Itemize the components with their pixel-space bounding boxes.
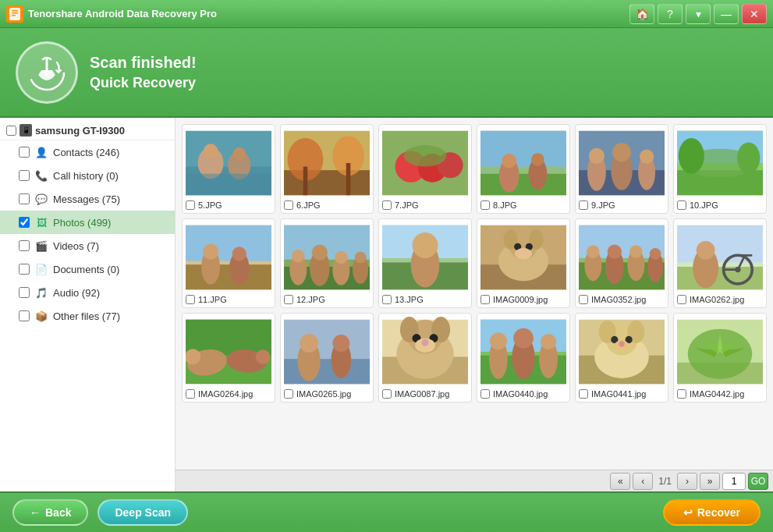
svg-rect-46 xyxy=(186,225,271,261)
dropdown-button[interactable]: ▾ xyxy=(686,4,711,24)
photo-select-checkbox[interactable] xyxy=(677,389,686,399)
photo-filename: IMAG0264.jpg xyxy=(198,389,271,399)
back-icon: ← xyxy=(30,506,41,519)
contacts-checkbox[interactable] xyxy=(19,147,30,158)
videos-checkbox[interactable] xyxy=(19,240,30,251)
recover-button[interactable]: ↩ Recover xyxy=(663,499,761,526)
prev-page-button[interactable]: ‹ xyxy=(633,473,653,490)
back-label: Back xyxy=(45,506,71,519)
photo-item[interactable]: 9.JPG xyxy=(575,124,668,214)
svg-rect-2 xyxy=(12,12,18,14)
documents-label: Documents (0) xyxy=(53,264,168,275)
photo-item[interactable]: IMAG0009.jpg xyxy=(477,218,570,308)
photo-item[interactable]: 5.JPG xyxy=(182,124,275,214)
svg-point-86 xyxy=(650,248,661,260)
photo-select-checkbox[interactable] xyxy=(579,389,588,399)
svg-point-37 xyxy=(640,150,654,164)
photo-select-checkbox[interactable] xyxy=(284,200,293,210)
photo-filename: IMAG0440.jpg xyxy=(493,389,566,399)
photo-select-checkbox[interactable] xyxy=(186,295,195,304)
photos-checkbox[interactable] xyxy=(19,217,30,228)
documents-checkbox[interactable] xyxy=(19,264,30,275)
first-page-button[interactable]: « xyxy=(610,473,630,490)
photo-item[interactable]: 13.JPG xyxy=(378,218,472,308)
photo-select-checkbox[interactable] xyxy=(382,200,392,210)
sidebar-item-audio[interactable]: 🎵 Audio (92) xyxy=(0,281,175,304)
sidebar-item-otherfiles[interactable]: 📦 Other files (77) xyxy=(0,304,175,328)
sidebar-item-contacts[interactable]: 👤 Contacts (246) xyxy=(0,140,175,164)
documents-icon: 📄 xyxy=(34,262,48,276)
sidebar-item-documents[interactable]: 📄 Documents (0) xyxy=(0,257,175,281)
messages-checkbox[interactable] xyxy=(19,193,30,204)
recover-label: Recover xyxy=(697,506,740,519)
svg-rect-104 xyxy=(284,359,370,384)
svg-point-33 xyxy=(589,148,605,164)
sidebar-item-videos[interactable]: 🎬 Videos (7) xyxy=(0,234,175,257)
svg-point-106 xyxy=(300,334,318,353)
photo-select-checkbox[interactable] xyxy=(382,389,392,399)
device-checkbox[interactable] xyxy=(6,126,16,136)
scan-status: Scan finished! xyxy=(90,54,197,72)
photo-select-checkbox[interactable] xyxy=(677,200,686,210)
photo-item[interactable]: 12.JPG xyxy=(280,218,374,308)
photo-select-checkbox[interactable] xyxy=(579,200,588,210)
quick-recovery-icon xyxy=(16,41,78,104)
photo-select-checkbox[interactable] xyxy=(677,295,686,304)
title-bar: Tenorshare Android Data Recovery Pro 🏠 ?… xyxy=(0,0,773,28)
photo-item[interactable]: IMAG0441.jpg xyxy=(575,313,668,403)
photo-item[interactable]: 11.JPG xyxy=(182,218,275,308)
sidebar: 📱 samsung GT-I9300 👤 Contacts (246) 📞 Ca… xyxy=(0,118,176,491)
deep-scan-button[interactable]: Deep Scan xyxy=(98,499,188,526)
page-input[interactable] xyxy=(722,473,746,490)
photo-item[interactable]: 10.JPG xyxy=(673,124,767,214)
svg-point-108 xyxy=(332,335,349,352)
photo-select-checkbox[interactable] xyxy=(284,295,293,304)
photo-select-checkbox[interactable] xyxy=(480,200,490,210)
svg-point-100 xyxy=(186,349,200,364)
photo-select-checkbox[interactable] xyxy=(480,389,490,399)
photo-thumbnail xyxy=(480,128,566,198)
photo-select-checkbox[interactable] xyxy=(480,295,490,304)
photo-select-checkbox[interactable] xyxy=(186,200,195,210)
photo-item[interactable]: IMAG0262.jpg xyxy=(673,218,767,308)
home-button[interactable]: 🏠 xyxy=(629,4,654,24)
photo-item[interactable]: IMAG0442.jpg xyxy=(673,313,767,403)
minimize-button[interactable]: — xyxy=(714,4,739,24)
next-page-button[interactable]: › xyxy=(677,473,697,490)
videos-icon: 🎬 xyxy=(34,239,48,253)
svg-point-57 xyxy=(312,245,328,261)
close-button[interactable]: ✕ xyxy=(742,4,767,24)
photo-thumbnail xyxy=(579,222,665,293)
photo-item[interactable]: IMAG0440.jpg xyxy=(477,313,570,403)
photo-item[interactable]: 8.JPG xyxy=(477,124,570,214)
help-button[interactable]: ? xyxy=(658,4,683,24)
photo-thumbnail xyxy=(382,128,468,198)
photo-select-checkbox[interactable] xyxy=(284,389,293,399)
videos-label: Videos (7) xyxy=(53,240,168,252)
otherfiles-label: Other files (77) xyxy=(53,310,168,322)
photo-item[interactable]: IMAG0264.jpg xyxy=(182,313,275,403)
photo-select-checkbox[interactable] xyxy=(579,295,588,304)
last-page-button[interactable]: » xyxy=(700,473,720,490)
photo-item[interactable]: IMAG0265.jpg xyxy=(280,313,374,403)
sidebar-item-callhistory[interactable]: 📞 Call history (0) xyxy=(0,164,175,187)
contacts-icon: 👤 xyxy=(34,145,48,159)
photo-select-checkbox[interactable] xyxy=(186,389,195,399)
photo-select-checkbox[interactable] xyxy=(382,295,392,304)
svg-rect-98 xyxy=(186,320,271,356)
callhistory-checkbox[interactable] xyxy=(19,170,30,181)
photo-item[interactable]: 7.JPG xyxy=(378,124,472,214)
otherfiles-checkbox[interactable] xyxy=(19,310,30,321)
photo-item[interactable]: IMAG0087.jpg xyxy=(378,313,472,403)
svg-rect-11 xyxy=(186,174,271,196)
go-button[interactable]: GO xyxy=(748,473,768,490)
sidebar-item-messages[interactable]: 💬 Messages (75) xyxy=(0,187,175,211)
svg-point-27 xyxy=(502,154,516,168)
photos-label: Photos (499) xyxy=(53,217,168,229)
photo-item[interactable]: 6.JPG xyxy=(280,124,374,214)
audio-checkbox[interactable] xyxy=(19,287,30,298)
back-button[interactable]: ← Back xyxy=(12,499,88,526)
photo-filename: IMAG0265.jpg xyxy=(296,389,370,399)
sidebar-item-photos[interactable]: 🖼 Photos (499) xyxy=(0,211,175,234)
photo-item[interactable]: IMAG0352.jpg xyxy=(575,218,668,308)
